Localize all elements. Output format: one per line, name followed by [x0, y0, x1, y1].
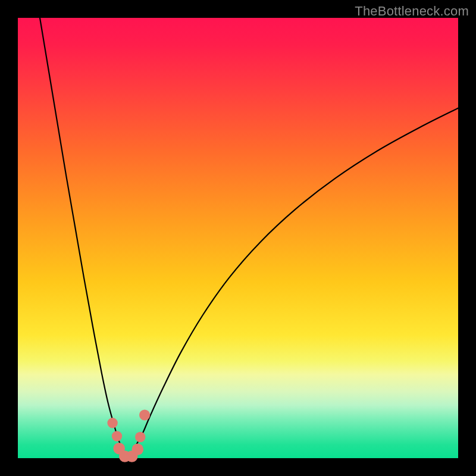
- trough-marker: [131, 443, 143, 455]
- trough-marker: [135, 432, 145, 442]
- trough-marker: [112, 431, 122, 441]
- curve-layer: [18, 18, 458, 458]
- chart-frame: TheBottleneck.com: [0, 0, 476, 476]
- plot-area: [18, 18, 458, 458]
- left-branch-curve: [40, 18, 128, 458]
- trough-marker: [139, 409, 150, 420]
- trough-marker: [107, 418, 117, 428]
- watermark-label: TheBottleneck.com: [355, 4, 469, 19]
- right-branch-curve: [128, 108, 458, 458]
- trough-markers: [107, 409, 150, 462]
